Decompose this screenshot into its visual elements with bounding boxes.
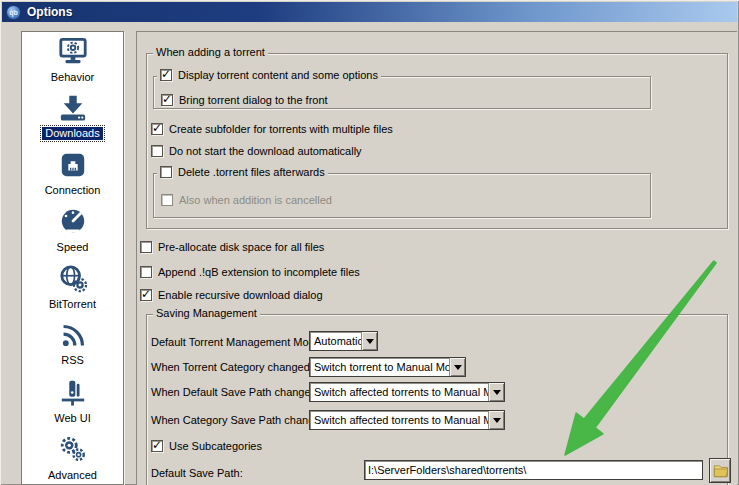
downloads-settings-panel: When adding a torrent Display torrent co… [136, 31, 737, 485]
checkbox-bring-dialog-front[interactable]: Bring torrent dialog to the front [161, 93, 328, 106]
qbittorrent-logo-icon: qb [6, 5, 21, 20]
window-title: Options [27, 5, 72, 19]
globe-gear-icon [58, 265, 88, 293]
combo-default-torrent-mgmt-mode[interactable]: Automatic [309, 331, 378, 351]
sidebar-item-rss[interactable]: RSS [22, 320, 123, 377]
combo-when-category-path-changed[interactable]: Switch affected torrents to Manual Mode [309, 410, 505, 430]
gears-icon [58, 436, 88, 464]
sidebar-item-speed[interactable]: Speed [22, 206, 123, 263]
checkbox-recursive-download[interactable]: Enable recursive download dialog [140, 288, 323, 301]
checkbox-box[interactable] [151, 145, 163, 157]
folder-icon [712, 462, 729, 479]
sidebar-label-rss[interactable]: RSS [58, 354, 87, 367]
checkbox-box[interactable] [140, 289, 152, 301]
sidebar-item-behavior[interactable]: Behavior [22, 35, 123, 92]
sidebar-item-webui[interactable]: Web UI [22, 377, 123, 434]
label-when-category-changed: When Torrent Category changed: [151, 360, 313, 373]
category-sidebar: Behavior Downloads Connection [21, 31, 124, 485]
server-plug-icon [58, 379, 88, 407]
checkbox-append-qb-extension[interactable]: Append .!qB extension to incomplete file… [140, 265, 360, 278]
label-when-default-path-changed: When Default Save Path changed: [151, 385, 320, 398]
label-default-torrent-mgmt-mode: Default Torrent Management Mode: [151, 335, 324, 348]
ethernet-port-icon [58, 151, 88, 179]
combo-when-category-changed[interactable]: Switch torrent to Manual Mode [309, 357, 466, 377]
sidebar-label-downloads[interactable]: Downloads [42, 127, 102, 140]
speedometer-icon [58, 208, 88, 236]
chevron-down-icon[interactable] [488, 383, 504, 401]
checkbox-create-subfolder[interactable]: Create subfolder for torrents with multi… [151, 122, 393, 135]
checkbox-box[interactable] [151, 440, 163, 452]
rss-waves-icon [58, 322, 88, 349]
default-save-path-field[interactable] [364, 460, 703, 480]
sidebar-item-bittorrent[interactable]: BitTorrent [22, 263, 123, 320]
sidebar-label-connection[interactable]: Connection [42, 184, 104, 197]
monitor-gear-icon [58, 37, 88, 66]
checkbox-do-not-start-download[interactable]: Do not start the download automatically [151, 144, 362, 157]
checkbox-display-torrent-content[interactable]: Display torrent content and some options [157, 68, 381, 81]
group-saving-management-title: Saving Management [153, 307, 260, 320]
chevron-down-icon[interactable] [449, 358, 465, 376]
checkbox-box [161, 194, 173, 206]
browse-folder-button[interactable] [709, 458, 731, 483]
checkbox-box[interactable] [140, 241, 152, 253]
sidebar-label-behavior[interactable]: Behavior [48, 71, 97, 84]
checkbox-also-when-cancelled: Also when addition is cancelled [161, 193, 332, 206]
checkbox-box[interactable] [161, 94, 173, 106]
group-when-adding-torrent-title: When adding a torrent [153, 46, 268, 59]
combo-when-default-path-changed[interactable]: Switch affected torrents to Manual Mode [309, 382, 505, 402]
checkbox-box[interactable] [140, 266, 152, 278]
sidebar-item-downloads[interactable]: Downloads [22, 92, 123, 149]
sidebar-item-connection[interactable]: Connection [22, 149, 123, 206]
checkbox-box[interactable] [160, 166, 172, 178]
sidebar-label-speed[interactable]: Speed [54, 241, 92, 254]
sidebar-item-advanced[interactable]: Advanced [22, 434, 123, 485]
label-default-save-path: Default Save Path: [151, 466, 243, 479]
checkbox-preallocate-disk[interactable]: Pre-allocate disk space for all files [140, 240, 324, 253]
checkbox-use-subcategories[interactable]: Use Subcategories [151, 439, 262, 452]
title-bar[interactable]: qb Options [2, 2, 737, 22]
checkbox-delete-torrent-files[interactable]: Delete .torrent files afterwards [157, 165, 328, 178]
checkbox-box[interactable] [160, 69, 172, 81]
sidebar-label-advanced[interactable]: Advanced [45, 469, 100, 482]
sidebar-label-bittorrent[interactable]: BitTorrent [46, 298, 99, 311]
checkbox-box[interactable] [151, 123, 163, 135]
label-when-category-path-changed: When Category Save Path changed: [151, 413, 330, 426]
chevron-down-icon[interactable] [361, 332, 377, 350]
options-dialog: qb Options Behavior [0, 0, 739, 485]
sidebar-label-webui[interactable]: Web UI [51, 412, 93, 425]
chevron-down-icon[interactable] [488, 411, 504, 429]
download-tray-icon [58, 94, 88, 122]
